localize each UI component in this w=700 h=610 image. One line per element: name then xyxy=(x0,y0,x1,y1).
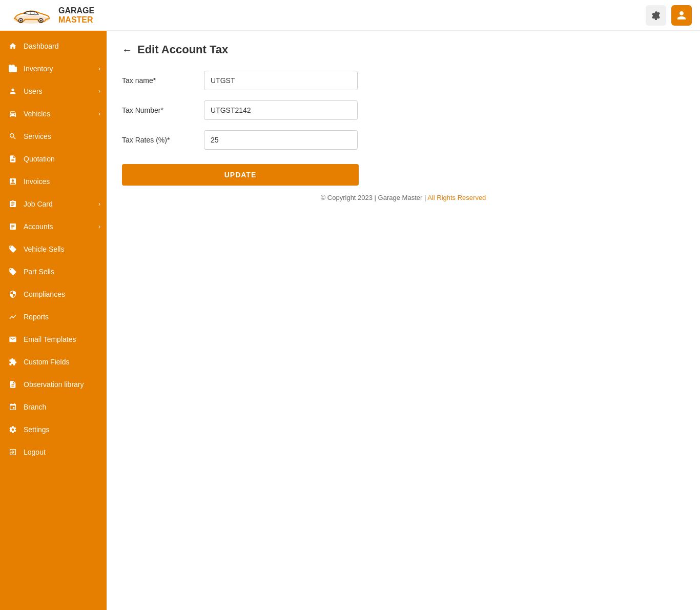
logo-car-icon xyxy=(8,6,54,25)
sidebar-label-settings: Settings xyxy=(24,425,50,434)
tax-rates-input[interactable] xyxy=(204,130,358,150)
custom-fields-icon xyxy=(8,357,17,367)
sidebar-item-quotation[interactable]: Quotation xyxy=(0,148,107,170)
sidebar-label-compliances: Compliances xyxy=(24,290,65,298)
sidebar-item-vehicle-sells[interactable]: Vehicle Sells xyxy=(0,238,107,260)
sidebar-label-dashboard: Dashboard xyxy=(24,42,59,50)
sidebar-label-part-sells: Part Sells xyxy=(24,268,54,276)
main-content: ← Edit Account Tax Tax name* Tax Number*… xyxy=(107,31,700,610)
footer: © Copyright 2023 | Garage Master | All R… xyxy=(122,186,685,210)
gear-icon xyxy=(651,11,661,20)
observation-library-icon xyxy=(8,380,17,389)
tax-name-row: Tax name* xyxy=(122,71,481,90)
sidebar-label-observation-library: Observation library xyxy=(24,380,84,389)
logo-area: GARAGE MASTER xyxy=(8,6,111,25)
sidebar-item-logout[interactable]: Logout xyxy=(0,441,107,463)
sidebar-label-vehicles: Vehicles xyxy=(24,110,50,118)
sidebar-item-settings[interactable]: Settings xyxy=(0,418,107,441)
update-button-row: UPDATE xyxy=(122,160,481,186)
sidebar-label-services: Services xyxy=(24,132,51,140)
user-icon xyxy=(676,10,687,21)
page-title: Edit Account Tax xyxy=(137,43,228,56)
back-button[interactable]: ← xyxy=(122,44,132,56)
users-icon xyxy=(8,87,17,96)
sidebar-item-users[interactable]: Users› xyxy=(0,80,107,103)
sidebar-label-users: Users xyxy=(24,87,43,95)
accounts-icon xyxy=(8,222,17,231)
logo-text: GARAGE MASTER xyxy=(58,6,94,24)
sidebar-item-invoices[interactable]: Invoices xyxy=(0,170,107,193)
dashboard-icon xyxy=(8,42,17,51)
sidebar-item-compliances[interactable]: Compliances xyxy=(0,283,107,306)
part-sells-icon xyxy=(8,267,17,276)
tax-name-input[interactable] xyxy=(204,71,358,90)
sidebar-label-accounts: Accounts xyxy=(24,222,53,231)
sidebar-item-custom-fields[interactable]: Custom Fields xyxy=(0,351,107,373)
chevron-icon-users: › xyxy=(98,88,100,95)
tax-rates-row: Tax Rates (%)* xyxy=(122,130,481,150)
services-icon xyxy=(8,132,17,141)
chevron-icon-inventory: › xyxy=(98,65,100,72)
sidebar-item-part-sells[interactable]: Part Sells xyxy=(0,260,107,283)
quotation-icon xyxy=(8,154,17,164)
compliances-icon xyxy=(8,290,17,299)
sidebar-label-vehicle-sells: Vehicle Sells xyxy=(24,245,64,253)
sidebar-label-reports: Reports xyxy=(24,313,49,321)
sidebar-label-email-templates: Email Templates xyxy=(24,335,76,343)
inventory-icon xyxy=(8,64,17,73)
user-profile-button[interactable] xyxy=(671,5,692,26)
sidebar-label-custom-fields: Custom Fields xyxy=(24,358,69,366)
settings-icon-button[interactable] xyxy=(646,5,666,26)
logo-master: MASTER xyxy=(58,15,94,25)
jobcard-icon xyxy=(8,199,17,209)
sidebar-item-reports[interactable]: Reports xyxy=(0,306,107,328)
svg-point-2 xyxy=(20,19,22,21)
sidebar-label-logout: Logout xyxy=(24,448,46,456)
tax-number-row: Tax Number* xyxy=(122,100,481,120)
logo-garage: GARAGE xyxy=(58,6,94,15)
chevron-icon-vehicles: › xyxy=(98,110,100,117)
sidebar-item-vehicles[interactable]: Vehicles› xyxy=(0,103,107,125)
header-actions xyxy=(646,5,692,26)
tax-rates-label: Tax Rates (%)* xyxy=(122,136,204,144)
tax-number-input[interactable] xyxy=(204,100,358,120)
sidebar-item-dashboard[interactable]: Dashboard xyxy=(0,35,107,57)
tax-number-label: Tax Number* xyxy=(122,106,204,114)
update-button[interactable]: UPDATE xyxy=(122,164,359,186)
vehicle-sells-icon xyxy=(8,245,17,254)
invoices-icon xyxy=(8,177,17,186)
footer-text: © Copyright 2023 | Garage Master | All R… xyxy=(321,194,486,201)
main-layout: DashboardInventory›Users›Vehicles›Servic… xyxy=(0,31,700,610)
sidebar-item-email-templates[interactable]: Email Templates xyxy=(0,328,107,351)
sidebar-item-branch[interactable]: Branch xyxy=(0,396,107,418)
sidebar-label-branch: Branch xyxy=(24,403,46,411)
sidebar: DashboardInventory›Users›Vehicles›Servic… xyxy=(0,31,107,610)
vehicles-icon xyxy=(8,109,17,118)
chevron-icon-accounts: › xyxy=(98,223,100,230)
sidebar-label-quotation: Quotation xyxy=(24,155,55,163)
page-header: ← Edit Account Tax xyxy=(122,43,685,56)
chevron-icon-jobcard: › xyxy=(98,200,100,208)
footer-highlight: All Rights Reserved xyxy=(427,194,486,201)
reports-icon xyxy=(8,312,17,321)
top-header: GARAGE MASTER xyxy=(0,0,700,31)
sidebar-item-inventory[interactable]: Inventory› xyxy=(0,57,107,80)
sidebar-item-observation-library[interactable]: Observation library xyxy=(0,373,107,396)
sidebar-item-accounts[interactable]: Accounts› xyxy=(0,215,107,238)
sidebar-item-services[interactable]: Services xyxy=(0,125,107,148)
logout-icon xyxy=(8,448,17,457)
sidebar-label-jobcard: Job Card xyxy=(24,200,53,208)
sidebar-label-inventory: Inventory xyxy=(24,65,53,73)
email-templates-icon xyxy=(8,335,17,344)
tax-name-label: Tax name* xyxy=(122,76,204,85)
sidebar-item-jobcard[interactable]: Job Card› xyxy=(0,193,107,215)
settings-icon xyxy=(8,425,17,434)
branch-icon xyxy=(8,402,17,412)
sidebar-label-invoices: Invoices xyxy=(24,177,50,186)
edit-tax-form: Tax name* Tax Number* Tax Rates (%)* UPD… xyxy=(122,71,481,186)
svg-point-4 xyxy=(40,19,42,21)
